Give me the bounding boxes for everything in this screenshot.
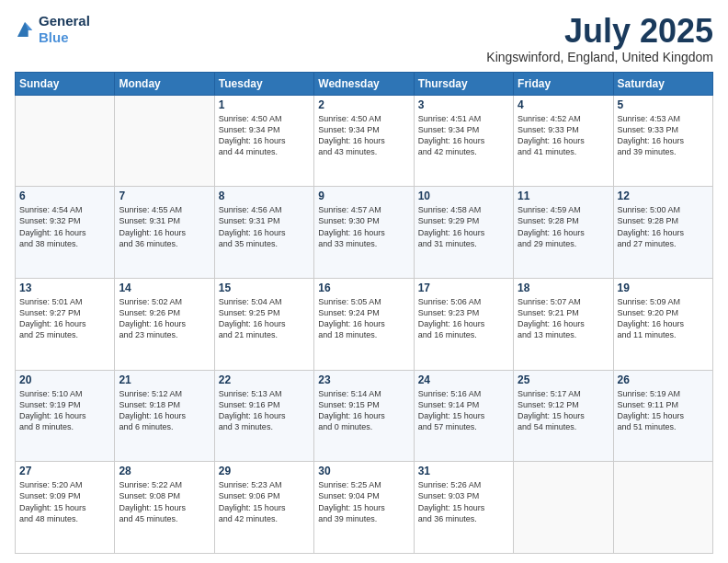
calendar-table: SundayMondayTuesdayWednesdayThursdayFrid… — [15, 72, 713, 554]
day-info: Sunrise: 5:23 AM Sunset: 9:06 PM Dayligh… — [219, 479, 310, 524]
day-info: Sunrise: 4:50 AM Sunset: 9:34 PM Dayligh… — [318, 113, 409, 158]
calendar-cell: 28Sunrise: 5:22 AM Sunset: 9:08 PM Dayli… — [115, 462, 214, 554]
calendar-week-row: 13Sunrise: 5:01 AM Sunset: 9:27 PM Dayli… — [16, 278, 713, 370]
calendar-cell: 15Sunrise: 5:04 AM Sunset: 9:25 PM Dayli… — [214, 278, 313, 370]
calendar-cell: 22Sunrise: 5:13 AM Sunset: 9:16 PM Dayli… — [214, 370, 313, 462]
day-number: 21 — [119, 373, 210, 386]
calendar-cell — [514, 462, 613, 554]
calendar-cell: 1Sunrise: 4:50 AM Sunset: 9:34 PM Daylig… — [214, 95, 313, 187]
day-number: 10 — [418, 190, 509, 202]
calendar-cell: 20Sunrise: 5:10 AM Sunset: 9:19 PM Dayli… — [16, 370, 115, 462]
logo-text: General Blue — [39, 13, 90, 46]
day-number: 26 — [618, 373, 709, 386]
day-info: Sunrise: 5:12 AM Sunset: 9:18 PM Dayligh… — [119, 388, 210, 433]
day-number: 13 — [19, 282, 110, 294]
calendar-cell: 2Sunrise: 4:50 AM Sunset: 9:34 PM Daylig… — [314, 95, 414, 187]
day-number: 18 — [518, 282, 609, 294]
calendar-cell: 30Sunrise: 5:25 AM Sunset: 9:04 PM Dayli… — [314, 462, 414, 554]
day-info: Sunrise: 4:55 AM Sunset: 9:31 PM Dayligh… — [119, 204, 210, 249]
page: General Blue July 2025 Kingswinford, Eng… — [0, 0, 728, 563]
day-number: 6 — [19, 190, 110, 202]
day-info: Sunrise: 5:16 AM Sunset: 9:14 PM Dayligh… — [418, 388, 509, 433]
calendar-cell: 13Sunrise: 5:01 AM Sunset: 9:27 PM Dayli… — [16, 278, 115, 370]
calendar-cell: 19Sunrise: 5:09 AM Sunset: 9:20 PM Dayli… — [613, 278, 712, 370]
day-number: 3 — [418, 98, 509, 111]
day-number: 8 — [219, 190, 310, 202]
calendar-day-header: Friday — [514, 72, 613, 95]
title-block: July 2025 Kingswinford, England, United … — [486, 13, 713, 64]
day-info: Sunrise: 5:20 AM Sunset: 9:09 PM Dayligh… — [19, 479, 110, 524]
day-info: Sunrise: 5:22 AM Sunset: 9:08 PM Dayligh… — [119, 479, 210, 524]
day-info: Sunrise: 4:59 AM Sunset: 9:28 PM Dayligh… — [518, 204, 609, 249]
day-info: Sunrise: 4:58 AM Sunset: 9:29 PM Dayligh… — [418, 204, 509, 249]
calendar-cell: 27Sunrise: 5:20 AM Sunset: 9:09 PM Dayli… — [16, 462, 115, 554]
calendar-cell: 4Sunrise: 4:52 AM Sunset: 9:33 PM Daylig… — [514, 95, 613, 187]
day-info: Sunrise: 5:10 AM Sunset: 9:19 PM Dayligh… — [19, 388, 110, 433]
calendar-cell: 26Sunrise: 5:19 AM Sunset: 9:11 PM Dayli… — [613, 370, 712, 462]
calendar-cell: 11Sunrise: 4:59 AM Sunset: 9:28 PM Dayli… — [514, 187, 613, 279]
subtitle: Kingswinford, England, United Kingdom — [486, 50, 713, 64]
calendar-cell: 17Sunrise: 5:06 AM Sunset: 9:23 PM Dayli… — [414, 278, 513, 370]
day-info: Sunrise: 5:13 AM Sunset: 9:16 PM Dayligh… — [219, 388, 310, 433]
calendar-cell: 29Sunrise: 5:23 AM Sunset: 9:06 PM Dayli… — [214, 462, 313, 554]
day-info: Sunrise: 5:25 AM Sunset: 9:04 PM Dayligh… — [318, 479, 409, 524]
day-info: Sunrise: 5:06 AM Sunset: 9:23 PM Dayligh… — [418, 296, 509, 341]
day-number: 5 — [618, 98, 709, 111]
day-number: 27 — [19, 465, 110, 477]
day-number: 29 — [219, 465, 310, 477]
main-title: July 2025 — [486, 13, 713, 50]
day-number: 14 — [119, 282, 210, 294]
calendar-day-header: Saturday — [613, 72, 712, 95]
day-info: Sunrise: 5:01 AM Sunset: 9:27 PM Dayligh… — [19, 296, 110, 341]
day-info: Sunrise: 4:50 AM Sunset: 9:34 PM Dayligh… — [219, 113, 310, 158]
day-number: 30 — [318, 465, 409, 477]
calendar-cell: 9Sunrise: 4:57 AM Sunset: 9:30 PM Daylig… — [314, 187, 414, 279]
calendar-cell — [613, 462, 712, 554]
day-info: Sunrise: 4:51 AM Sunset: 9:34 PM Dayligh… — [418, 113, 509, 158]
day-number: 23 — [318, 373, 409, 386]
logo-icon — [15, 19, 35, 40]
day-info: Sunrise: 5:19 AM Sunset: 9:11 PM Dayligh… — [618, 388, 709, 433]
day-number: 22 — [219, 373, 310, 386]
calendar-week-row: 1Sunrise: 4:50 AM Sunset: 9:34 PM Daylig… — [16, 95, 713, 187]
day-number: 11 — [518, 190, 609, 202]
calendar-cell: 31Sunrise: 5:26 AM Sunset: 9:03 PM Dayli… — [414, 462, 513, 554]
calendar-cell: 6Sunrise: 4:54 AM Sunset: 9:32 PM Daylig… — [16, 187, 115, 279]
calendar-week-row: 20Sunrise: 5:10 AM Sunset: 9:19 PM Dayli… — [16, 370, 713, 462]
calendar-cell: 12Sunrise: 5:00 AM Sunset: 9:28 PM Dayli… — [613, 187, 712, 279]
day-info: Sunrise: 5:26 AM Sunset: 9:03 PM Dayligh… — [418, 479, 509, 524]
day-number: 15 — [219, 282, 310, 294]
calendar-cell: 23Sunrise: 5:14 AM Sunset: 9:15 PM Dayli… — [314, 370, 414, 462]
header: General Blue July 2025 Kingswinford, Eng… — [15, 13, 713, 64]
day-info: Sunrise: 5:02 AM Sunset: 9:26 PM Dayligh… — [119, 296, 210, 341]
day-info: Sunrise: 4:54 AM Sunset: 9:32 PM Dayligh… — [19, 204, 110, 249]
day-info: Sunrise: 5:07 AM Sunset: 9:21 PM Dayligh… — [518, 296, 609, 341]
calendar-cell: 14Sunrise: 5:02 AM Sunset: 9:26 PM Dayli… — [115, 278, 214, 370]
day-number: 17 — [418, 282, 509, 294]
calendar-cell: 21Sunrise: 5:12 AM Sunset: 9:18 PM Dayli… — [115, 370, 214, 462]
day-number: 12 — [618, 190, 709, 202]
day-number: 24 — [418, 373, 509, 386]
calendar-cell: 18Sunrise: 5:07 AM Sunset: 9:21 PM Dayli… — [514, 278, 613, 370]
day-number: 19 — [618, 282, 709, 294]
day-info: Sunrise: 5:09 AM Sunset: 9:20 PM Dayligh… — [618, 296, 709, 341]
day-info: Sunrise: 4:57 AM Sunset: 9:30 PM Dayligh… — [318, 204, 409, 249]
calendar-cell: 24Sunrise: 5:16 AM Sunset: 9:14 PM Dayli… — [414, 370, 513, 462]
day-info: Sunrise: 4:52 AM Sunset: 9:33 PM Dayligh… — [518, 113, 609, 158]
day-info: Sunrise: 5:14 AM Sunset: 9:15 PM Dayligh… — [318, 388, 409, 433]
calendar-cell — [115, 95, 214, 187]
calendar-cell: 16Sunrise: 5:05 AM Sunset: 9:24 PM Dayli… — [314, 278, 414, 370]
day-number: 7 — [119, 190, 210, 202]
day-number: 4 — [518, 98, 609, 111]
day-info: Sunrise: 4:56 AM Sunset: 9:31 PM Dayligh… — [219, 204, 310, 249]
day-info: Sunrise: 5:05 AM Sunset: 9:24 PM Dayligh… — [318, 296, 409, 341]
calendar-cell: 7Sunrise: 4:55 AM Sunset: 9:31 PM Daylig… — [115, 187, 214, 279]
day-number: 20 — [19, 373, 110, 386]
calendar-cell: 10Sunrise: 4:58 AM Sunset: 9:29 PM Dayli… — [414, 187, 513, 279]
day-number: 9 — [318, 190, 409, 202]
day-info: Sunrise: 5:17 AM Sunset: 9:12 PM Dayligh… — [518, 388, 609, 433]
calendar-cell: 25Sunrise: 5:17 AM Sunset: 9:12 PM Dayli… — [514, 370, 613, 462]
day-info: Sunrise: 5:04 AM Sunset: 9:25 PM Dayligh… — [219, 296, 310, 341]
day-number: 28 — [119, 465, 210, 477]
calendar-day-header: Sunday — [16, 72, 115, 95]
